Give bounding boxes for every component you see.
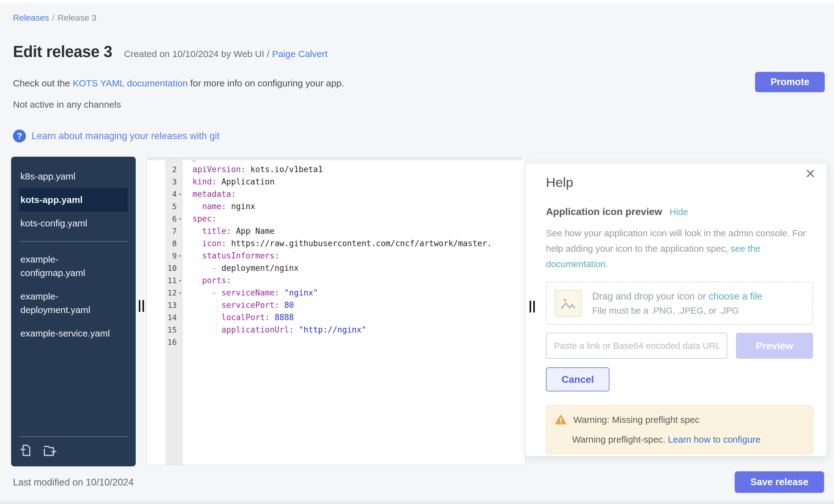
fold-arrow-icon[interactable]: ▾: [177, 191, 188, 197]
line-number: 3: [147, 177, 177, 186]
line-number: 5: [147, 202, 177, 211]
line-number: 4: [147, 190, 177, 199]
channel-status: Not active in any channels: [13, 99, 121, 110]
icon-url-input[interactable]: [546, 333, 727, 359]
code-rows: 1---2apiVersion: kots.io/v1beta13kind: A…: [147, 157, 525, 348]
code-text: localPort: 8888: [188, 313, 294, 322]
docs-line-pre: Check out the: [13, 78, 72, 88]
docs-line-post: for more info on configuring your app.: [188, 78, 344, 88]
code-text: servicePort: 80: [188, 301, 294, 310]
question-mark-icon: ?: [13, 130, 26, 143]
page-title: Edit release 3: [13, 43, 112, 61]
code-line-11: 11▾ ports:: [147, 274, 525, 287]
code-line-16: 16: [147, 336, 525, 348]
cancel-button[interactable]: Cancel: [546, 367, 610, 391]
line-number: 13: [147, 301, 177, 310]
icon-preview-heading: Application icon preview: [546, 206, 662, 217]
preflight-warning-box: Warning: Missing preflight spec Warning …: [546, 405, 813, 454]
edit-release-page: Releases/Release 3 Edit release 3 Create…: [0, 0, 834, 504]
file-item-example-configmap.yaml[interactable]: example-configmap.yaml: [19, 248, 128, 285]
code-line-10: 10 - deployment/nginx: [147, 262, 525, 274]
code-line-12: 12▾ - serviceName: "nginx": [147, 287, 525, 299]
code-line-15: 15 applicationUrl: "http://nginx": [147, 324, 525, 336]
sidebar-actions: [11, 431, 136, 466]
learn-how-to-configure-link[interactable]: Learn how to configure: [668, 434, 760, 444]
code-line-8: 8 icon: https://raw.githubusercontent.co…: [147, 237, 525, 249]
warning-detail: Warning preflight-spec. Learn how to con…: [572, 434, 804, 445]
line-number: 10: [147, 264, 177, 273]
breadcrumb-separator: /: [52, 13, 54, 23]
fold-arrow-icon[interactable]: ▾: [177, 277, 188, 284]
code-line-13: 13 servicePort: 80: [147, 299, 525, 311]
line-number: 15: [147, 325, 177, 334]
icon-dropzone[interactable]: Drag and drop your icon or choose a file…: [546, 282, 813, 325]
image-placeholder-icon: [554, 290, 582, 317]
code-text: spec:: [188, 214, 217, 223]
git-releases-link[interactable]: Learn about managing your releases with …: [31, 130, 220, 141]
file-item-example-deployment.yaml[interactable]: example-deployment.yaml: [19, 285, 128, 322]
bottom-fade: [0, 499, 834, 504]
help-panel: ✕ Help Application icon preview Hide See…: [525, 163, 827, 457]
description-period: .: [606, 259, 608, 269]
created-text: Created on 10/10/2024 by Web UI /: [124, 49, 272, 59]
line-number: 16: [147, 338, 177, 347]
file-list: k8s-app.yamlkots-app.yamlkots-config.yam…: [11, 165, 136, 345]
code-text: title: App Name: [188, 226, 275, 236]
git-banner: ? Learn about managing your releases wit…: [13, 130, 220, 143]
breadcrumb-current: Release 3: [58, 13, 96, 23]
breadcrumb: Releases/Release 3: [13, 13, 96, 23]
code-line-3: 3kind: Application: [147, 176, 525, 188]
save-release-button[interactable]: Save release: [735, 471, 824, 493]
code-text: - deployment/nginx: [188, 263, 299, 273]
code-line-2: 2apiVersion: kots.io/v1beta1: [147, 163, 525, 176]
warning-triangle-icon: [555, 415, 567, 425]
code-text: applicationUrl: "http://nginx": [188, 325, 367, 334]
code-line-7: 7 title: App Name: [147, 225, 525, 237]
fold-arrow-icon[interactable]: ▾: [177, 289, 188, 296]
preview-button[interactable]: Preview: [736, 333, 813, 359]
code-line-4: 4▾metadata:: [147, 188, 525, 200]
sidebar-resize-handle[interactable]: [139, 300, 146, 312]
line-number: 9: [147, 251, 177, 260]
line-number: 11: [147, 276, 177, 285]
line-number: 2: [147, 165, 177, 174]
kots-yaml-docs-link[interactable]: KOTS YAML documentation: [72, 78, 188, 88]
hide-link[interactable]: Hide: [670, 207, 688, 217]
line-number: 7: [147, 227, 177, 236]
file-group-divider: [19, 241, 128, 242]
file-item-kots-app.yaml[interactable]: kots-app.yaml: [19, 188, 128, 212]
code-text: metadata:: [188, 190, 236, 199]
file-item-kots-config.yaml[interactable]: kots-config.yaml: [19, 212, 128, 235]
line-number: 8: [147, 239, 177, 248]
docs-line: Check out the KOTS YAML documentation fo…: [13, 78, 344, 89]
yaml-editor[interactable]: 1---2apiVersion: kots.io/v1beta13kind: A…: [147, 157, 526, 465]
promote-button[interactable]: Promote: [755, 72, 825, 92]
top-strip: [0, 0, 834, 3]
last-modified-label: Last modified on 10/10/2024: [13, 477, 134, 488]
sidebar-divider: [19, 436, 128, 437]
file-tree-sidebar: k8s-app.yamlkots-app.yamlkots-config.yam…: [11, 157, 136, 466]
code-text: statusInformers:: [188, 251, 280, 260]
fold-arrow-icon[interactable]: ▾: [177, 215, 188, 222]
new-folder-icon[interactable]: [43, 443, 58, 458]
choose-file-link[interactable]: choose a file: [708, 291, 762, 302]
dropzone-text: Drag and drop your icon or: [592, 291, 708, 302]
fold-arrow-icon[interactable]: ▾: [177, 252, 188, 259]
created-meta: Created on 10/10/2024 by Web UI / Paige …: [124, 49, 328, 59]
code-line-14: 14 localPort: 8888: [147, 311, 525, 324]
description-text: See how your application icon will look …: [546, 228, 806, 254]
help-panel-resize-handle[interactable]: [530, 301, 537, 312]
code-text: kind: Application: [188, 177, 275, 186]
new-file-icon[interactable]: [19, 443, 33, 458]
breadcrumb-releases-link[interactable]: Releases: [13, 13, 49, 23]
author-link[interactable]: Paige Calvert: [272, 49, 328, 59]
line-number: 12: [147, 288, 177, 297]
code-line-5: 5 name: nginx: [147, 200, 525, 213]
file-item-example-service.yaml[interactable]: example-service.yaml: [19, 322, 128, 345]
icon-preview-description: See how your application icon will look …: [546, 225, 813, 272]
indent-guide: [216, 299, 217, 335]
code-line-9: 9▾ statusInformers:: [147, 249, 525, 262]
help-panel-title: Help: [546, 175, 813, 190]
code-text: icon: https://raw.githubusercontent.com/…: [188, 239, 492, 248]
file-item-k8s-app.yaml[interactable]: k8s-app.yaml: [19, 165, 128, 188]
